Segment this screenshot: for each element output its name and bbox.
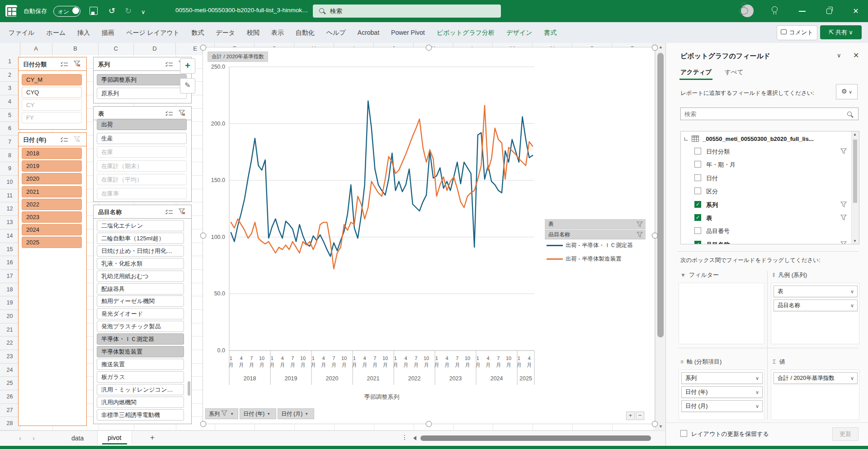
field-checkbox[interactable]: ✓ — [694, 201, 701, 208]
vertical-scroll-thumb[interactable] — [657, 53, 664, 337]
slicer-item-出荷[interactable]: 出荷 — [97, 119, 187, 130]
chart-resize-handle[interactable] — [652, 233, 658, 239]
row-header-15[interactable]: 15 — [0, 243, 19, 257]
pane-search-input[interactable]: 検索 — [680, 108, 859, 120]
ribbon-tab-ページ レイアウト[interactable]: ページ レイアウト — [120, 22, 185, 43]
area-pill-品目名称[interactable]: 品目名称∨ — [774, 299, 858, 311]
slicer-item-季節調整系列[interactable]: 季節調整系列 — [97, 74, 187, 85]
slicer-item-生産[interactable]: 生産 — [97, 133, 187, 144]
scroll-up-icon[interactable]: ▲ — [853, 132, 857, 136]
area-pill-系列[interactable]: 系列∨ — [681, 372, 763, 384]
row-header-8[interactable]: 8 — [0, 149, 19, 163]
field-row-品目名称[interactable]: ✓ 品目名称 — [681, 239, 852, 244]
slicer-item-配線器具[interactable]: 配線器具 — [97, 283, 184, 295]
slicer-item-原系列[interactable]: 原系列 — [97, 88, 187, 99]
row-header-3[interactable]: 3 — [0, 82, 19, 95]
ribbon-tab-Acrobat[interactable]: Acrobat — [352, 22, 385, 43]
row-header-26[interactable]: 26 — [0, 390, 19, 404]
search-input[interactable]: 検索 — [313, 5, 501, 18]
row-header-14[interactable]: 14 — [0, 229, 19, 243]
avatar[interactable] — [737, 0, 758, 22]
row-header-24[interactable]: 24 — [0, 364, 19, 377]
slicer-item-二輪自動車（125ml超）[interactable]: 二輪自動車（125ml超） — [97, 233, 184, 244]
ribbon-tab-ヘルプ[interactable]: ヘルプ — [321, 22, 352, 43]
column-header-B[interactable]: B — [52, 43, 99, 55]
row-header-12[interactable]: 12 — [0, 202, 19, 216]
slicer-item-発泡プラスチック製品[interactable]: 発泡プラスチック製品 — [97, 321, 184, 332]
ribbon-tab-デザイン[interactable]: デザイン — [500, 22, 538, 43]
slicer-item-2019[interactable]: 2019 — [22, 160, 82, 172]
axis-field-button-系列[interactable]: 系列 ▼ — [205, 408, 238, 419]
field-checkbox[interactable] — [694, 161, 701, 168]
slicer-multiselect-button[interactable] — [165, 110, 173, 118]
row-header-7[interactable]: 7 — [0, 136, 19, 149]
row-header-18[interactable]: 18 — [0, 283, 19, 297]
slicer-品目名称[interactable]: 品目名称二塩化エチレン二輪自動車（125ml超）日焼け止め・日焼け用化…乳液・化… — [93, 205, 192, 424]
field-filter-icon[interactable] — [840, 148, 847, 156]
chart-resize-handle[interactable] — [200, 421, 206, 427]
column-header-A[interactable]: A — [20, 43, 52, 55]
slicer-item-2024[interactable]: 2024 — [22, 224, 82, 235]
row-header-28[interactable]: 28 — [0, 417, 19, 430]
slicer-item-二塩化エチレン[interactable]: 二塩化エチレン — [97, 220, 184, 231]
quick-access-more-icon[interactable]: ∨ — [141, 7, 146, 17]
slicer-item-2025[interactable]: 2025 — [22, 237, 82, 248]
chart-resize-handle[interactable] — [652, 45, 658, 51]
sheet-tab-pivot[interactable]: pivot — [97, 431, 132, 444]
row-header-4[interactable]: 4 — [0, 95, 19, 109]
slicer-item-日焼け止め・日焼け用化…[interactable]: 日焼け止め・日焼け用化… — [97, 245, 184, 257]
slicer-item-CY[interactable]: CY — [22, 99, 82, 111]
axis-field-button-日付 (年)[interactable]: 日付 (年)▼ — [240, 408, 276, 419]
slicer-item-CYQ[interactable]: CYQ — [22, 87, 82, 98]
ribbon-tab-ホーム[interactable]: ホーム — [40, 22, 71, 43]
slicer-item-2018[interactable]: 2018 — [22, 148, 82, 159]
area-box-values[interactable]: 合計 / 2020年基準指数∨ — [771, 369, 859, 420]
row-header-11[interactable]: 11 — [0, 189, 19, 203]
slicer-multiselect-button[interactable] — [165, 209, 173, 217]
field-filter-icon[interactable] — [840, 215, 847, 222]
chart-resize-handle[interactable] — [652, 421, 658, 427]
sheetbar-more-icon[interactable]: ⋮ — [401, 434, 408, 441]
sheet-nav-prev-icon[interactable]: ‹ — [19, 434, 21, 442]
autosave-toggle[interactable]: オン — [53, 6, 80, 17]
ribbon-tab-ファイル[interactable]: ファイル — [3, 22, 40, 43]
pane-tab-all[interactable]: すべて — [725, 68, 743, 76]
slicer-日付 (年)[interactable]: 日付 (年)20182019202020212022202320242025 — [18, 132, 87, 426]
ribbon-tab-描画[interactable]: 描画 — [96, 22, 120, 43]
slicer-item-汎用・ミッドレンジコン…[interactable]: 汎用・ミッドレンジコン… — [97, 384, 184, 395]
row-header-5[interactable]: 5 — [0, 109, 19, 122]
slicer-clear-filter-button[interactable] — [179, 208, 185, 216]
pane-tools-gear-button[interactable]: ⚙ ∨ — [836, 84, 858, 99]
chart-resize-handle[interactable] — [200, 45, 206, 51]
slicer-item-在庫計（期末）[interactable]: 在庫計（期末） — [97, 160, 187, 172]
slicer-item-搬送装置[interactable]: 搬送装置 — [97, 359, 184, 370]
column-header-D[interactable]: D — [134, 43, 176, 55]
close-button[interactable]: ✕ — [845, 0, 866, 22]
row-header-19[interactable]: 19 — [0, 296, 19, 310]
row-header-13[interactable]: 13 — [0, 216, 19, 229]
sheet-tab-data[interactable]: data — [63, 431, 92, 446]
restore-button[interactable] — [819, 0, 840, 22]
ribbon-tab-データ[interactable]: データ — [210, 22, 241, 43]
field-checkbox[interactable]: ✓ — [694, 241, 701, 244]
area-pill-表[interactable]: 表∨ — [774, 285, 858, 297]
area-pill-日付 (月)[interactable]: 日付 (月)∨ — [681, 400, 763, 412]
row-header-20[interactable]: 20 — [0, 310, 19, 323]
slicer-系列[interactable]: 系列季節調整系列原系列 — [93, 57, 192, 103]
slicer-multiselect-button[interactable] — [165, 61, 173, 69]
chart-resize-handle[interactable] — [426, 45, 432, 51]
row-header-27[interactable]: 27 — [0, 404, 19, 417]
slicer-item-2021[interactable]: 2021 — [22, 186, 82, 197]
slicer-item-板ガラス[interactable]: 板ガラス — [97, 371, 184, 383]
slicer-multiselect-button[interactable] — [60, 61, 68, 69]
row-header-17[interactable]: 17 — [0, 270, 19, 283]
ribbon-tab-挿入[interactable]: 挿入 — [71, 22, 96, 43]
ribbon-tab-自動化[interactable]: 自動化 — [290, 22, 321, 43]
field-checkbox[interactable]: ✓ — [694, 214, 701, 221]
document-title[interactable]: 00550-meti-00550300-b2020-full-list_3-hi… — [175, 7, 308, 14]
field-filter-icon[interactable] — [840, 201, 847, 209]
comments-button[interactable]: コメント — [777, 25, 817, 40]
tree-collapse-icon[interactable] — [684, 137, 688, 140]
column-header-C[interactable]: C — [99, 43, 134, 55]
ribbon-tab-ピボットグラフ分析[interactable]: ピボットグラフ分析 — [431, 22, 500, 43]
